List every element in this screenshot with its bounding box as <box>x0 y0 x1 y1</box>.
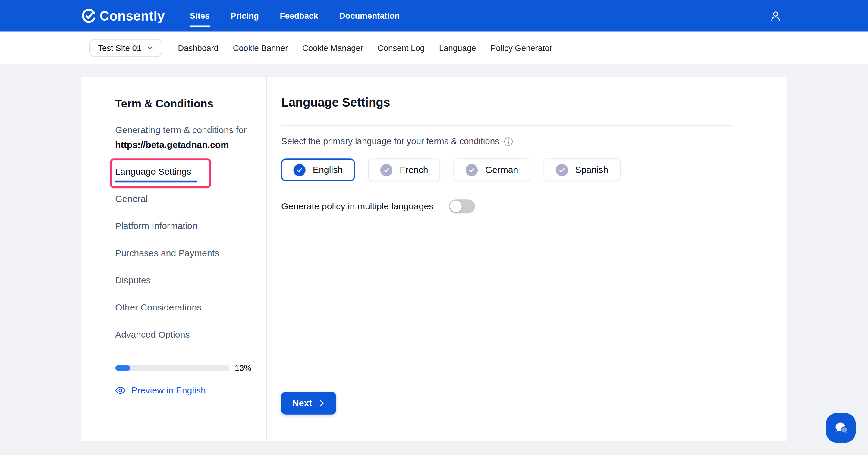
step-other-considerations[interactable]: Other Considerations <box>115 302 201 313</box>
active-step-underline <box>115 181 197 182</box>
wizard-sidebar: Term & Conditions Generating term & cond… <box>82 77 267 440</box>
eye-icon <box>115 385 126 396</box>
progress-row: 13% <box>115 363 251 372</box>
topnav-item-feedback[interactable]: Feedback <box>280 9 318 23</box>
generating-for-text: Generating term & conditions for <box>115 124 247 135</box>
tab-dashboard[interactable]: Dashboard <box>178 39 218 56</box>
tab-policy-generator[interactable]: Policy Generator <box>490 39 552 56</box>
logo-check-icon <box>82 8 96 24</box>
panel-title: Language Settings <box>281 95 786 110</box>
check-icon <box>466 164 478 176</box>
step-language-settings[interactable]: Language Settings <box>115 166 191 177</box>
toggle-label: Generate policy in multiple languages <box>281 201 433 212</box>
topnav-item-documentation[interactable]: Documentation <box>339 9 400 23</box>
primary-language-prompt: Select the primary language for your ter… <box>281 136 786 146</box>
tab-cookie-banner[interactable]: Cookie Banner <box>233 39 288 56</box>
site-navbar: Test Site 01 Dashboard Cookie Banner Coo… <box>0 32 868 64</box>
app-screen: Consently Sites Pricing Feedback Documen… <box>0 0 868 455</box>
sidebar-title: Term & Conditions <box>115 97 266 110</box>
step-advanced-options[interactable]: Advanced Options <box>115 329 190 340</box>
tab-consent-log[interactable]: Consent Log <box>378 39 425 56</box>
step-label: Language Settings <box>115 166 191 176</box>
language-option-french[interactable]: French <box>368 159 440 181</box>
sidebar-subtitle: Generating term & conditions for https:/… <box>115 122 251 152</box>
topnav-item-pricing[interactable]: Pricing <box>230 9 258 23</box>
user-icon <box>770 10 781 22</box>
chat-widget-button[interactable] <box>826 413 856 443</box>
brand-logo[interactable]: Consently <box>82 8 165 24</box>
chevron-right-icon <box>318 399 326 407</box>
top-navbar: Consently Sites Pricing Feedback Documen… <box>0 0 868 32</box>
brand-name: Consently <box>100 8 165 24</box>
language-option-spanish[interactable]: Spanish <box>544 159 621 181</box>
progress-bar <box>115 365 229 370</box>
step-general[interactable]: General <box>115 193 148 204</box>
topnav-item-sites[interactable]: Sites <box>190 9 210 23</box>
prompt-text: Select the primary language for your ter… <box>281 136 499 146</box>
toggle-knob <box>450 201 462 212</box>
chevron-down-icon <box>147 44 154 51</box>
preview-in-english-link[interactable]: Preview in English <box>115 385 206 396</box>
step-platform-information[interactable]: Platform Information <box>115 221 197 231</box>
site-tabs: Dashboard Cookie Banner Cookie Manager C… <box>178 39 552 56</box>
language-label: Spanish <box>575 165 609 175</box>
chat-icon <box>832 419 849 436</box>
language-option-english[interactable]: English <box>281 159 355 181</box>
tab-cookie-manager[interactable]: Cookie Manager <box>302 39 363 56</box>
language-label: German <box>485 165 518 175</box>
language-options: English French Ger <box>281 159 786 181</box>
wizard-steps: Language Settings General Platform Infor… <box>115 166 266 340</box>
tab-language[interactable]: Language <box>439 39 476 56</box>
language-settings-panel: Language Settings Select the primary lan… <box>267 77 786 440</box>
language-label: English <box>313 165 343 175</box>
next-button-label: Next <box>292 398 312 408</box>
preview-link-label: Preview in English <box>131 385 206 396</box>
step-purchases-and-payments[interactable]: Purchases and Payments <box>115 248 219 258</box>
info-icon[interactable] <box>504 137 513 146</box>
next-button[interactable]: Next <box>281 392 336 415</box>
multi-language-toggle[interactable] <box>449 199 475 213</box>
site-selector-dropdown[interactable]: Test Site 01 <box>89 39 162 57</box>
check-icon <box>380 164 393 176</box>
content-card: Term & Conditions Generating term & cond… <box>82 77 786 440</box>
topnav-items: Sites Pricing Feedback Documentation <box>190 9 400 23</box>
progress-fill <box>115 365 130 370</box>
language-option-german[interactable]: German <box>454 159 530 181</box>
language-label: French <box>400 165 428 175</box>
panel-divider <box>281 125 734 126</box>
check-icon <box>293 164 305 176</box>
step-disputes[interactable]: Disputes <box>115 275 151 285</box>
site-selector-value: Test Site 01 <box>98 43 141 52</box>
check-icon <box>556 164 568 176</box>
account-button[interactable] <box>770 10 781 22</box>
multi-language-row: Generate policy in multiple languages <box>281 199 786 213</box>
progress-percent: 13% <box>235 363 251 372</box>
site-url: https://beta.getadnan.com <box>115 138 251 153</box>
